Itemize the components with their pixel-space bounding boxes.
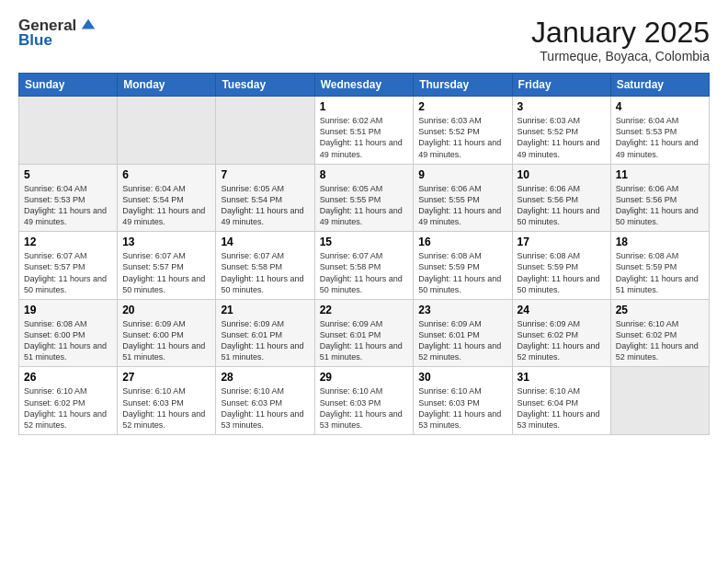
calendar-cell: 7Sunrise: 6:05 AM Sunset: 5:54 PM Daylig… <box>216 164 314 232</box>
day-number: 13 <box>122 236 210 248</box>
day-number: 25 <box>616 304 704 316</box>
day-info: Sunrise: 6:09 AM Sunset: 6:01 PM Dayligh… <box>221 318 309 363</box>
day-info: Sunrise: 6:09 AM Sunset: 6:01 PM Dayligh… <box>320 318 409 363</box>
calendar-cell: 1Sunrise: 6:02 AM Sunset: 5:51 PM Daylig… <box>314 97 414 165</box>
calendar-cell: 25Sunrise: 6:10 AM Sunset: 6:02 PM Dayli… <box>610 299 709 367</box>
day-info: Sunrise: 6:09 AM Sunset: 6:01 PM Dayligh… <box>418 318 506 363</box>
day-number: 21 <box>221 304 309 316</box>
day-info: Sunrise: 6:04 AM Sunset: 5:53 PM Dayligh… <box>24 183 112 228</box>
day-info: Sunrise: 6:05 AM Sunset: 5:54 PM Dayligh… <box>221 183 309 228</box>
day-number: 30 <box>418 371 506 384</box>
calendar-cell <box>610 367 709 435</box>
calendar-cell: 17Sunrise: 6:08 AM Sunset: 5:59 PM Dayli… <box>512 232 610 300</box>
day-number: 26 <box>24 371 112 384</box>
calendar-cell: 20Sunrise: 6:09 AM Sunset: 6:00 PM Dayli… <box>118 299 216 367</box>
calendar-cell: 29Sunrise: 6:10 AM Sunset: 6:03 PM Dayli… <box>314 367 414 435</box>
day-info: Sunrise: 6:08 AM Sunset: 5:59 PM Dayligh… <box>518 250 606 295</box>
day-info: Sunrise: 6:10 AM Sunset: 6:03 PM Dayligh… <box>320 385 409 431</box>
calendar-cell: 15Sunrise: 6:07 AM Sunset: 5:58 PM Dayli… <box>314 232 414 300</box>
header: General Blue January 2025 Turmeque, Boya… <box>18 17 710 63</box>
day-number: 16 <box>418 236 506 248</box>
day-number: 23 <box>418 304 506 316</box>
svg-marker-0 <box>82 19 95 29</box>
day-info: Sunrise: 6:10 AM Sunset: 6:03 PM Dayligh… <box>221 385 309 431</box>
calendar-cell: 3Sunrise: 6:03 AM Sunset: 5:52 PM Daylig… <box>512 97 610 165</box>
col-header-thursday: Thursday <box>414 74 512 97</box>
day-info: Sunrise: 6:08 AM Sunset: 5:59 PM Dayligh… <box>418 250 506 295</box>
calendar-cell: 18Sunrise: 6:08 AM Sunset: 5:59 PM Dayli… <box>610 232 709 300</box>
day-number: 1 <box>320 100 409 113</box>
day-info: Sunrise: 6:09 AM Sunset: 6:02 PM Dayligh… <box>518 318 606 363</box>
day-info: Sunrise: 6:07 AM Sunset: 5:58 PM Dayligh… <box>320 250 409 295</box>
day-info: Sunrise: 6:07 AM Sunset: 5:58 PM Dayligh… <box>221 250 309 295</box>
day-number: 29 <box>320 371 409 384</box>
page: General Blue January 2025 Turmeque, Boya… <box>0 0 728 563</box>
day-number: 18 <box>616 236 704 248</box>
month-title: January 2025 <box>531 17 710 49</box>
calendar-cell: 28Sunrise: 6:10 AM Sunset: 6:03 PM Dayli… <box>216 367 314 435</box>
calendar-cell: 24Sunrise: 6:09 AM Sunset: 6:02 PM Dayli… <box>512 299 610 367</box>
col-header-friday: Friday <box>512 74 610 97</box>
day-number: 5 <box>24 168 112 181</box>
calendar-cell <box>216 97 314 165</box>
day-number: 31 <box>518 371 606 384</box>
day-info: Sunrise: 6:10 AM Sunset: 6:04 PM Dayligh… <box>518 385 606 431</box>
col-header-saturday: Saturday <box>610 74 709 97</box>
calendar-cell: 13Sunrise: 6:07 AM Sunset: 5:57 PM Dayli… <box>118 232 216 300</box>
calendar-cell: 31Sunrise: 6:10 AM Sunset: 6:04 PM Dayli… <box>512 367 610 435</box>
day-number: 3 <box>518 100 606 113</box>
calendar-cell: 6Sunrise: 6:04 AM Sunset: 5:54 PM Daylig… <box>118 164 216 232</box>
day-info: Sunrise: 6:04 AM Sunset: 5:53 PM Dayligh… <box>616 115 704 160</box>
day-number: 20 <box>122 304 210 316</box>
calendar-cell: 2Sunrise: 6:03 AM Sunset: 5:52 PM Daylig… <box>414 97 512 165</box>
location: Turmeque, Boyaca, Colombia <box>531 49 710 63</box>
day-info: Sunrise: 6:04 AM Sunset: 5:54 PM Dayligh… <box>122 183 210 228</box>
day-number: 28 <box>221 371 309 384</box>
calendar-table: SundayMondayTuesdayWednesdayThursdayFrid… <box>18 73 710 435</box>
day-number: 22 <box>320 304 409 316</box>
day-number: 12 <box>24 236 112 248</box>
day-info: Sunrise: 6:10 AM Sunset: 6:02 PM Dayligh… <box>616 318 704 363</box>
day-info: Sunrise: 6:05 AM Sunset: 5:55 PM Dayligh… <box>320 183 409 228</box>
calendar-cell: 23Sunrise: 6:09 AM Sunset: 6:01 PM Dayli… <box>414 299 512 367</box>
calendar-cell: 11Sunrise: 6:06 AM Sunset: 5:56 PM Dayli… <box>610 164 709 232</box>
day-number: 2 <box>418 100 506 113</box>
day-number: 10 <box>518 168 606 181</box>
day-number: 14 <box>221 236 309 248</box>
calendar-cell: 21Sunrise: 6:09 AM Sunset: 6:01 PM Dayli… <box>216 299 314 367</box>
calendar-cell: 8Sunrise: 6:05 AM Sunset: 5:55 PM Daylig… <box>314 164 414 232</box>
day-number: 15 <box>320 236 409 248</box>
day-number: 11 <box>616 168 704 181</box>
calendar-cell: 27Sunrise: 6:10 AM Sunset: 6:03 PM Dayli… <box>118 367 216 435</box>
calendar-cell: 19Sunrise: 6:08 AM Sunset: 6:00 PM Dayli… <box>19 299 118 367</box>
calendar-cell <box>118 97 216 165</box>
day-number: 8 <box>320 168 409 181</box>
calendar-cell: 22Sunrise: 6:09 AM Sunset: 6:01 PM Dayli… <box>314 299 414 367</box>
day-number: 6 <box>122 168 210 181</box>
col-header-sunday: Sunday <box>19 74 118 97</box>
day-info: Sunrise: 6:02 AM Sunset: 5:51 PM Dayligh… <box>320 115 409 160</box>
day-info: Sunrise: 6:06 AM Sunset: 5:56 PM Dayligh… <box>518 183 606 228</box>
day-info: Sunrise: 6:10 AM Sunset: 6:02 PM Dayligh… <box>24 385 112 431</box>
day-info: Sunrise: 6:03 AM Sunset: 5:52 PM Dayligh… <box>418 115 506 160</box>
col-header-monday: Monday <box>118 74 216 97</box>
day-number: 4 <box>616 100 704 113</box>
col-header-wednesday: Wednesday <box>314 74 414 97</box>
day-number: 9 <box>418 168 506 181</box>
day-number: 19 <box>24 304 112 316</box>
calendar-cell: 5Sunrise: 6:04 AM Sunset: 5:53 PM Daylig… <box>19 164 118 232</box>
calendar-cell: 16Sunrise: 6:08 AM Sunset: 5:59 PM Dayli… <box>414 232 512 300</box>
calendar-cell <box>19 97 118 165</box>
title-block: January 2025 Turmeque, Boyaca, Colombia <box>531 17 710 63</box>
calendar-cell: 30Sunrise: 6:10 AM Sunset: 6:03 PM Dayli… <box>414 367 512 435</box>
calendar-cell: 12Sunrise: 6:07 AM Sunset: 5:57 PM Dayli… <box>19 232 118 300</box>
day-info: Sunrise: 6:06 AM Sunset: 5:55 PM Dayligh… <box>418 183 506 228</box>
calendar-cell: 4Sunrise: 6:04 AM Sunset: 5:53 PM Daylig… <box>610 97 709 165</box>
day-info: Sunrise: 6:09 AM Sunset: 6:00 PM Dayligh… <box>122 318 210 363</box>
day-info: Sunrise: 6:03 AM Sunset: 5:52 PM Dayligh… <box>518 115 606 160</box>
day-number: 24 <box>518 304 606 316</box>
logo-blue: Blue <box>18 31 52 50</box>
logo: General Blue <box>18 17 97 50</box>
calendar-cell: 14Sunrise: 6:07 AM Sunset: 5:58 PM Dayli… <box>216 232 314 300</box>
day-info: Sunrise: 6:10 AM Sunset: 6:03 PM Dayligh… <box>418 385 506 431</box>
